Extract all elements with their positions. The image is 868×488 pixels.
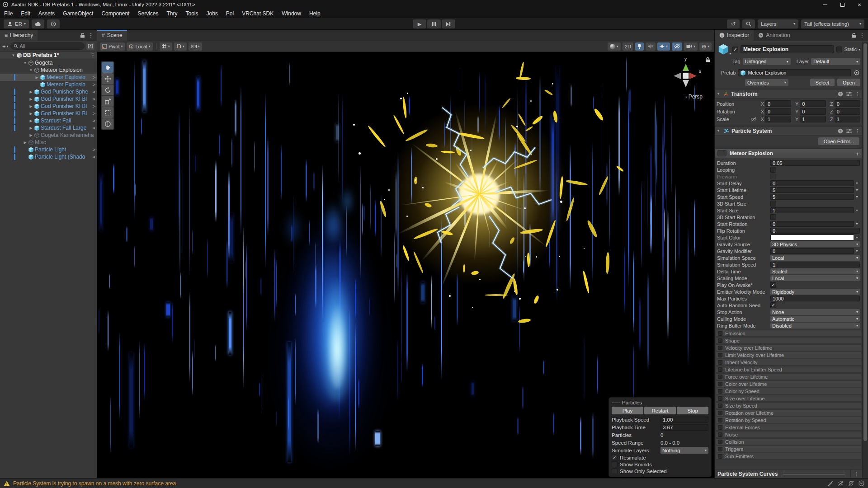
particles-show-only-selected[interactable]: Show Only Selected — [612, 468, 708, 474]
transform-scale-x[interactable]: 1 — [765, 116, 791, 122]
hierarchy-item-meteor-explosion[interactable]: ▼Meteor Explosion — [0, 66, 97, 74]
expander-closed-icon[interactable]: ▶ — [28, 90, 34, 94]
chevron-down-icon[interactable]: ▾ — [859, 47, 860, 52]
transform-scale-y[interactable]: 1 — [800, 116, 826, 122]
hidden-objects-toggle-button[interactable] — [672, 42, 682, 51]
value-field[interactable]: 0 — [770, 180, 854, 186]
orientation-gizmo[interactable]: y x — [665, 56, 706, 96]
grid-snapping-button[interactable]: ▾ — [174, 42, 187, 51]
checkbox[interactable]: ✓ — [612, 455, 618, 460]
hierarchy-item-god-punisher-sphe[interactable]: ▶God Punisher Sphe> — [0, 88, 97, 95]
active-checkbox[interactable]: ✓ — [732, 47, 738, 52]
kebab-menu-icon[interactable]: ⋮ — [854, 471, 859, 477]
open-editor-button[interactable]: Open Editor... — [818, 137, 859, 145]
tab-hierarchy[interactable]: ≡ Hierarchy — [0, 30, 38, 41]
expander-open-icon[interactable]: ▼ — [717, 92, 721, 96]
ps-module-shape[interactable]: Shape — [716, 337, 861, 344]
prefab-open-chevron[interactable]: > — [93, 89, 95, 94]
ps-module-lifetime-by-emitter-speed[interactable]: Lifetime by Emitter Speed — [716, 366, 861, 373]
dropdown-ring-buffer-mode[interactable]: Disabled▾ — [770, 323, 860, 328]
play-button[interactable]: Play — [612, 407, 643, 414]
value-field[interactable]: 1 — [770, 262, 860, 267]
expander-open-icon[interactable]: ▼ — [717, 129, 721, 133]
menu-vrchat-sdk[interactable]: VRChat SDK — [238, 9, 278, 18]
layer-dropdown[interactable]: Default▾ — [811, 58, 860, 65]
expander-closed-icon[interactable]: ▶ — [28, 112, 34, 116]
plus-icon[interactable]: + — [856, 151, 859, 157]
module-checkbox[interactable] — [718, 418, 722, 422]
hierarchy-item-particle-light[interactable]: Particle Light> — [0, 146, 97, 153]
menu-edit[interactable]: Edit — [17, 9, 34, 18]
kebab-menu-icon[interactable]: ⋮ — [855, 91, 860, 97]
hierarchy-item-stardust-fall-large[interactable]: ▶Stardust Fall Large> — [0, 124, 97, 131]
hierarchy-item-stardust-fall[interactable]: ▶Stardust Fall> — [0, 117, 97, 124]
module-checkbox[interactable] — [718, 404, 722, 408]
value-field[interactable]: 3.67 — [660, 424, 708, 431]
ps-module-size-over-lifetime[interactable]: Size over Lifetime — [716, 395, 861, 402]
tab-scene[interactable]: # Scene — [97, 30, 127, 41]
scene-picker-button[interactable] — [86, 42, 94, 50]
hand-tool-button[interactable] — [102, 62, 113, 73]
value-field[interactable]: 0 — [770, 221, 854, 227]
ps-module-emission[interactable]: Emission — [716, 330, 861, 337]
menu-poi[interactable]: Poi — [222, 9, 238, 18]
module-checkbox[interactable] — [718, 353, 722, 357]
rect-tool-button[interactable] — [102, 107, 113, 118]
checkbox[interactable] — [770, 167, 776, 173]
tab-animation[interactable]: Animation — [754, 30, 794, 41]
hierarchy-item-god-punisher-ki-bl[interactable]: ▶God Punisher KI Bl> — [0, 110, 97, 117]
prefab-open-chevron[interactable]: > — [93, 96, 95, 102]
search-button[interactable] — [742, 19, 755, 28]
transform-header[interactable]: ▼ Transform ? ⋮ — [715, 89, 862, 99]
move-tool-button[interactable] — [102, 73, 113, 84]
cloud-button[interactable] — [32, 19, 44, 28]
overrides-dropdown[interactable]: Overrides▾ — [745, 79, 788, 86]
dropdown-simulation-space[interactable]: Local▾ — [770, 255, 860, 261]
module-checkbox[interactable] — [718, 447, 722, 451]
prefab-field[interactable]: Meteor Explosion — [738, 69, 851, 76]
ps-module-sub-emitters[interactable]: Sub Emitters — [716, 453, 861, 460]
grid-visibility-button[interactable]: ▾ — [160, 42, 172, 51]
local-toggle-button[interactable]: Local ▾ — [127, 42, 152, 51]
gizmo-x-axis-cone[interactable] — [689, 73, 697, 79]
menu-services[interactable]: Services — [133, 9, 162, 18]
expand-status-icon[interactable] — [859, 480, 864, 486]
prefab-open-chevron[interactable]: > — [93, 82, 95, 87]
module-checkbox[interactable] — [718, 338, 722, 343]
tab-inspector[interactable]: Inspector — [715, 30, 754, 41]
gizmo-y-axis-cone[interactable] — [683, 64, 689, 71]
hierarchy-item-god-punisher-ki-bl[interactable]: ▶God Punisher KI Bl> — [0, 103, 97, 110]
expander-open-icon[interactable]: ▼ — [10, 53, 16, 57]
step-button[interactable] — [442, 19, 455, 28]
prefab-open-chevron[interactable]: > — [93, 118, 95, 123]
lock-icon[interactable] — [80, 33, 85, 38]
particle-system-header[interactable]: ▼ Particle System ? ⋮ — [715, 126, 862, 136]
effects-toggle-button[interactable]: ▾ — [657, 42, 670, 51]
module-checkbox[interactable] — [718, 382, 722, 386]
module-checkbox[interactable] — [718, 360, 722, 365]
drag-handle-icon[interactable]: —— — [612, 400, 620, 405]
module-checkbox[interactable] — [718, 440, 722, 444]
expander-closed-icon[interactable]: ▶ — [22, 141, 28, 145]
undo-history-button[interactable]: ↺ — [727, 19, 740, 28]
hierarchy-item-god-punisher-ki-bl[interactable]: ▶God Punisher KI Bl> — [0, 95, 97, 103]
layers-dropdown[interactable]: Layers ▾ — [758, 19, 798, 28]
layers-muted-icon[interactable] — [838, 480, 844, 486]
dropdown-emitter-velocity-mode[interactable]: Rigidbody▾ — [770, 289, 860, 295]
account-button[interactable]: ER ▾ — [4, 19, 29, 28]
checkbox[interactable]: ✓ — [770, 302, 776, 308]
constrain-proportions-icon[interactable] — [750, 117, 757, 122]
checkbox[interactable] — [612, 468, 618, 474]
expander-closed-icon[interactable]: ▶ — [28, 126, 34, 130]
prefab-open-chevron[interactable]: > — [93, 111, 95, 116]
curve-dropdown-icon[interactable]: ▾ — [854, 208, 860, 212]
transform-tool-button[interactable] — [102, 118, 113, 129]
gizmos-button[interactable]: ⊕▾ — [699, 42, 712, 51]
module-checkbox[interactable] — [718, 367, 722, 372]
curve-dropdown-icon[interactable]: ▾ — [854, 195, 860, 199]
snap-increment-button[interactable]: ▾ — [189, 42, 202, 51]
pivot-toggle-button[interactable]: Pivot ▾ — [100, 42, 125, 51]
prefab-open-chevron[interactable]: > — [93, 103, 95, 109]
gizmo-lock-icon[interactable] — [706, 57, 710, 62]
hierarchy-item-meteor-explosio[interactable]: ▶Meteor Explosio> — [0, 74, 97, 81]
